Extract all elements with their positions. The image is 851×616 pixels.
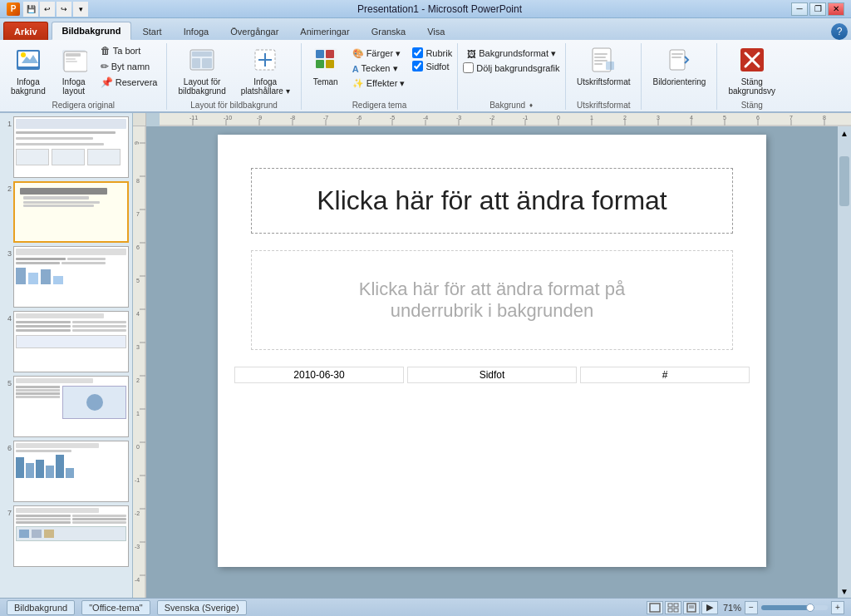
btn-farger[interactable]: 🎨 Färger ▾ bbox=[348, 47, 410, 61]
slide-thumb-4[interactable]: 4 bbox=[3, 311, 129, 372]
scrollbar-up[interactable]: ▲ bbox=[838, 126, 851, 140]
checkbox-dolj-bakgrundsgrafik[interactable]: Dölj bakgrundsgrafik bbox=[463, 62, 560, 73]
slide-thumb-6[interactable]: 6 bbox=[3, 441, 129, 502]
ribbon-tabs: Arkiv Bildbakgrund Start Infoga Övergång… bbox=[0, 18, 851, 40]
window-title: Presentation1 - Microsoft PowerPoint bbox=[88, 3, 791, 15]
btn-bildorientering[interactable]: Bildorientering bbox=[647, 43, 711, 90]
utskriftsformat-label: Utskrifts­format bbox=[577, 77, 630, 86]
tab-infoga[interactable]: Infoga bbox=[173, 22, 220, 40]
svg-text:3: 3 bbox=[657, 115, 660, 121]
zoom-slider[interactable] bbox=[761, 605, 828, 610]
ribbon-group-utskriftsformat: Utskrifts­format Utskriftsformat bbox=[566, 43, 642, 110]
slide-thumb-7[interactable]: 7 bbox=[3, 505, 129, 567]
svg-text:5: 5 bbox=[723, 115, 726, 121]
svg-text:3: 3 bbox=[136, 344, 140, 350]
stang-bakgrundsvyn-icon bbox=[739, 47, 765, 77]
svg-text:0: 0 bbox=[136, 444, 140, 450]
svg-text:-3: -3 bbox=[456, 115, 461, 121]
footer-num: # bbox=[580, 367, 750, 383]
infoga-layout-label: Infogalayout bbox=[62, 77, 86, 96]
btn-reservera[interactable]: 📌 Reservera bbox=[96, 75, 162, 90]
footer-text: Sidfot bbox=[407, 367, 577, 383]
tab-overgångar[interactable]: Övergångar bbox=[219, 22, 289, 40]
view-slideshow-btn[interactable]: ▶ bbox=[701, 601, 718, 614]
qat-dropdown[interactable]: ▾ bbox=[73, 2, 88, 17]
tab-bildbakgrund[interactable]: Bildbakgrund bbox=[52, 22, 132, 40]
scrollbar-down[interactable]: ▼ bbox=[838, 584, 851, 598]
effekter-icon: ✨ bbox=[352, 78, 364, 89]
canvas-row: 9 8 7 6 5 4 3 2 bbox=[133, 126, 851, 598]
svg-rect-23 bbox=[594, 57, 606, 58]
btn-utskriftsformat[interactable]: Utskrifts­format bbox=[571, 43, 636, 90]
zoom-controls: 71% − + bbox=[723, 601, 844, 614]
svg-text:-7: -7 bbox=[323, 115, 328, 121]
svg-text:1: 1 bbox=[590, 115, 593, 121]
utskriftsformat-icon bbox=[591, 47, 616, 77]
help-btn[interactable]: ? bbox=[831, 23, 848, 40]
ruler-vertical: 9 8 7 6 5 4 3 2 bbox=[133, 126, 146, 598]
slide-thumb-1[interactable]: 1 bbox=[3, 116, 129, 178]
minimize-btn[interactable]: ─ bbox=[791, 2, 808, 16]
view-reading-btn[interactable] bbox=[683, 601, 700, 614]
tab-animeringar[interactable]: Animeringar bbox=[289, 22, 360, 40]
svg-text:-11: -11 bbox=[189, 115, 198, 121]
btn-infoga-bakgrund[interactable]: Infogabakgrund bbox=[5, 43, 52, 99]
zoom-in-btn[interactable]: + bbox=[831, 601, 844, 614]
slide-title-placeholder[interactable]: Klicka här för att ändra format bbox=[251, 168, 733, 234]
btn-layout-bildbakgrund[interactable]: Layout förbildbakgrund bbox=[172, 43, 231, 99]
slide-panel: 1 2 bbox=[0, 113, 133, 598]
status-theme[interactable]: "Office-tema" bbox=[81, 600, 150, 615]
qat-save[interactable]: 💾 bbox=[23, 2, 38, 17]
btn-infoga-platshallare[interactable]: Infogaplatshållare ▾ bbox=[235, 43, 296, 99]
qat-undo[interactable]: ↩ bbox=[40, 2, 55, 17]
close-btn[interactable]: ✕ bbox=[828, 2, 844, 16]
svg-text:2: 2 bbox=[136, 377, 140, 383]
btn-tecken[interactable]: A Tecken ▾ bbox=[348, 62, 410, 76]
tab-visa[interactable]: Visa bbox=[416, 22, 455, 40]
qat-redo[interactable]: ↪ bbox=[57, 2, 71, 17]
slide-subtitle-text: Klicka här för att ändra format på under… bbox=[359, 278, 625, 322]
scrollbar-thumb[interactable] bbox=[839, 156, 849, 206]
svg-text:-2: -2 bbox=[135, 510, 140, 516]
infoga-bakgrund-label: Infogabakgrund bbox=[11, 77, 46, 96]
status-language[interactable]: Svenska (Sverige) bbox=[157, 600, 247, 615]
ribbon-group-bakgrund: 🖼 Bakgrundsformat ▾ Dölj bakgrundsgrafik… bbox=[458, 43, 566, 110]
tab-start[interactable]: Start bbox=[131, 22, 172, 40]
group-label-redigera-tema: Redigera tema bbox=[352, 101, 407, 110]
btn-bakgrundsformat[interactable]: 🖼 Bakgrundsformat ▾ bbox=[463, 47, 560, 61]
zoom-out-btn[interactable]: − bbox=[745, 601, 758, 614]
svg-rect-8 bbox=[66, 61, 77, 62]
ribbon-group-redigera-original: Infogabakgrund Infogalayout 🗑 Ta bort bbox=[0, 43, 167, 110]
checkbox-sidfot[interactable]: Sidfot bbox=[412, 61, 452, 71]
edit-canvas-area[interactable]: Klicka här för att ändra format Klicka h… bbox=[146, 126, 838, 598]
view-slidesorter-btn[interactable] bbox=[665, 601, 681, 614]
restore-btn[interactable]: ❐ bbox=[809, 2, 826, 16]
vertical-scrollbar[interactable]: ▲ ▼ bbox=[838, 126, 851, 598]
slide-subtitle-placeholder[interactable]: Klicka här för att ändra format på under… bbox=[251, 250, 733, 350]
svg-text:2: 2 bbox=[623, 115, 627, 121]
checkbox-rubrik[interactable]: Rubrik bbox=[412, 47, 452, 58]
svg-rect-25 bbox=[594, 63, 603, 65]
btn-infoga-layout[interactable]: Infogalayout bbox=[55, 43, 93, 99]
btn-teman[interactable]: Teman bbox=[307, 43, 345, 90]
svg-rect-29 bbox=[671, 57, 681, 58]
btn-byt-namn[interactable]: ✏ Byt namn bbox=[96, 59, 162, 74]
tab-arkiv[interactable]: Arkiv bbox=[3, 22, 48, 40]
svg-rect-20 bbox=[326, 60, 334, 68]
btn-ta-bort[interactable]: 🗑 Ta bort bbox=[96, 43, 162, 58]
slide-thumb-3[interactable]: 3 bbox=[3, 246, 129, 308]
btn-stang-bakgrundsvyn[interactable]: Stängbakgrundsvy bbox=[722, 43, 781, 99]
status-bildbakgrund[interactable]: Bildbakgrund bbox=[7, 600, 75, 615]
view-normal-btn[interactable] bbox=[647, 601, 663, 614]
edit-area: -11 -10 -9 -8 -7 -6 -5 -4 bbox=[133, 113, 851, 598]
svg-text:-4: -4 bbox=[135, 577, 140, 583]
btn-effekter[interactable]: ✨ Effekter ▾ bbox=[348, 76, 410, 91]
slide-thumb-2[interactable]: 2 bbox=[3, 181, 129, 243]
svg-rect-26 bbox=[606, 62, 614, 70]
svg-text:-6: -6 bbox=[357, 115, 362, 121]
tab-granska[interactable]: Granska bbox=[361, 22, 417, 40]
bakgrund-expand-btn[interactable]: ⬧ bbox=[529, 100, 534, 109]
svg-rect-110 bbox=[668, 604, 672, 607]
infoga-platshallare-icon bbox=[252, 47, 278, 77]
slide-thumb-5[interactable]: 5 bbox=[3, 376, 129, 437]
